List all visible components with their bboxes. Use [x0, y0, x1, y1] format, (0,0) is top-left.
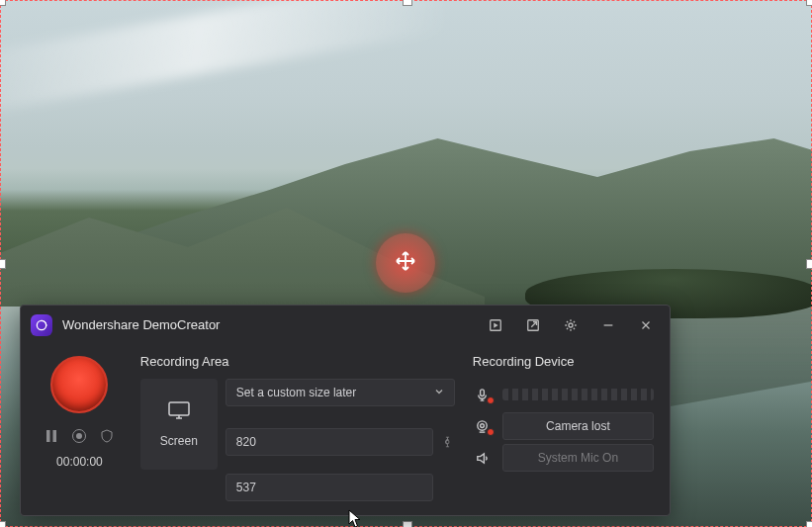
record-button[interactable]	[50, 356, 108, 413]
aspect-lock-icon[interactable]	[441, 412, 455, 472]
recording-area-title: Recording Area	[140, 354, 455, 369]
svg-rect-17	[481, 389, 485, 395]
move-arrows-icon	[394, 249, 417, 277]
open-external-icon[interactable]	[519, 311, 547, 339]
democreator-panel: Wondershare DemoCreator	[20, 305, 671, 516]
size-preset-dropdown[interactable]: Set a custom size later	[226, 379, 455, 406]
system-mic-button[interactable]: System Mic On	[502, 444, 654, 472]
pause-icon[interactable]	[43, 427, 60, 445]
height-input[interactable]	[236, 481, 422, 494]
mic-level-meter	[502, 389, 654, 400]
svg-point-5	[569, 322, 573, 326]
camera-status-label: Camera lost	[546, 419, 610, 433]
height-input-wrap[interactable]	[226, 474, 433, 501]
svg-point-12	[76, 433, 82, 439]
capture-mode-screen[interactable]: Screen	[140, 379, 218, 470]
svg-rect-10	[53, 430, 57, 442]
settings-gear-icon[interactable]	[557, 311, 585, 339]
window-title: Wondershare DemoCreator	[62, 317, 220, 332]
svg-rect-13	[169, 402, 189, 415]
system-mic-label: System Mic On	[538, 451, 618, 465]
minimize-button[interactable]	[594, 311, 622, 339]
capture-mode-label: Screen	[160, 434, 198, 448]
webcam-icon[interactable]	[473, 419, 493, 434]
svg-point-18	[478, 420, 487, 429]
svg-rect-16	[447, 440, 450, 443]
recording-device-title: Recording Device	[473, 354, 654, 369]
camera-status-button[interactable]: Camera lost	[502, 412, 654, 440]
close-button[interactable]	[632, 311, 660, 339]
move-region-handle[interactable]	[376, 233, 435, 293]
record-timer: 00:00:00	[56, 455, 103, 469]
width-input[interactable]	[236, 435, 422, 449]
chevron-down-icon	[434, 386, 444, 399]
microphone-icon[interactable]	[473, 388, 493, 402]
app-logo-icon	[31, 314, 52, 336]
svg-marker-3	[494, 322, 497, 327]
popout-icon[interactable]	[482, 311, 509, 339]
size-preset-label: Set a custom size later	[236, 386, 356, 399]
titlebar[interactable]: Wondershare DemoCreator	[21, 306, 670, 344]
width-input-wrap[interactable]	[226, 428, 433, 456]
stop-record-icon[interactable]	[70, 427, 88, 445]
shield-icon[interactable]	[98, 427, 116, 445]
svg-rect-9	[46, 430, 50, 442]
monitor-icon	[167, 400, 191, 424]
speaker-icon[interactable]	[473, 451, 493, 466]
svg-point-19	[481, 423, 485, 427]
